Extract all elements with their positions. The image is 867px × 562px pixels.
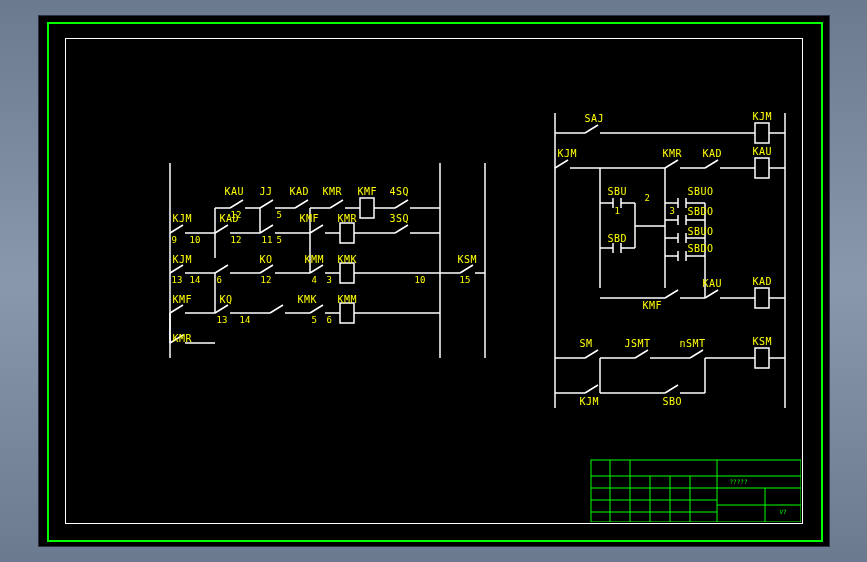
num-6: 6	[217, 275, 222, 285]
label-ksm: KSM	[458, 254, 478, 265]
label-kad-coil: KAD	[753, 276, 773, 287]
label-kmm: KMM	[305, 254, 325, 265]
num-1: 1	[615, 206, 620, 216]
label-jsmt: JSMT	[625, 338, 651, 349]
label-kmr2: KMR	[663, 148, 683, 159]
cad-canvas[interactable]: KAU JJ KAD KMR KMF 4SQ 12 5 KJM KAD KMF …	[38, 15, 830, 547]
label-kmf-coil: KMF	[358, 186, 378, 197]
label-kmf2: KMF	[300, 213, 320, 224]
label-kjm-coil: KJM	[753, 111, 773, 122]
label-ksm-coil: KSM	[753, 336, 773, 347]
svg-rect-21	[755, 288, 769, 308]
num-13b: 13	[217, 315, 228, 325]
label-kmf3: KMF	[173, 294, 193, 305]
label-sbd: SBD	[608, 233, 628, 244]
label-kmr-coil: KMR	[338, 213, 358, 224]
num-13: 13	[172, 275, 183, 285]
label-4sq: 4SQ	[390, 186, 410, 197]
num-5b: 5	[277, 235, 282, 245]
label-kmk-coil: KMK	[338, 254, 358, 265]
num-14: 14	[190, 275, 201, 285]
label-kmr: KMR	[323, 186, 343, 197]
label-kad3: KAD	[703, 148, 723, 159]
tb-sheet: V7	[780, 508, 787, 515]
label-sm: SM	[580, 338, 593, 349]
num-2: 2	[645, 193, 650, 203]
svg-rect-14	[755, 123, 769, 143]
num-14b: 14	[240, 315, 251, 325]
label-kau2: KAU	[703, 278, 723, 289]
svg-rect-23	[755, 348, 769, 368]
num-10: 10	[190, 235, 201, 245]
svg-rect-2	[360, 198, 374, 218]
svg-rect-5	[340, 263, 354, 283]
label-sbdo: SBDO	[688, 206, 714, 217]
diagram-content: KAU JJ KAD KMR KMF 4SQ 12 5 KJM KAD KMF …	[65, 38, 801, 522]
label-sbuo2: SBUO	[688, 226, 714, 237]
svg-rect-26	[591, 460, 801, 522]
label-kau: KAU	[225, 186, 245, 197]
num-4: 4	[312, 275, 317, 285]
label-kad2: KAD	[220, 213, 240, 224]
tb-title: ?????	[730, 478, 748, 485]
label-kmk: KMK	[298, 294, 318, 305]
label-nsmt: nSMT	[680, 338, 706, 349]
label-kjm3: KJM	[558, 148, 578, 159]
label-kau-coil: KAU	[753, 146, 773, 157]
num-12b: 12	[231, 235, 242, 245]
num-3b: 3	[670, 206, 675, 216]
num-5a: 5	[277, 210, 282, 220]
num-6b: 6	[327, 315, 332, 325]
label-kmf4: KMF	[643, 300, 663, 311]
label-sbuo: SBUO	[688, 186, 714, 197]
label-kjm4: KJM	[580, 396, 600, 407]
num-11: 11	[262, 235, 273, 245]
svg-rect-15	[755, 158, 769, 178]
svg-rect-4	[340, 223, 354, 243]
label-sbdo2: SBDO	[688, 243, 714, 254]
label-jj: JJ	[260, 186, 273, 197]
num-15: 15	[460, 275, 471, 285]
label-kad: KAD	[290, 186, 310, 197]
num-3: 3	[327, 275, 332, 285]
num-9: 9	[172, 235, 177, 245]
label-3sq: 3SQ	[390, 213, 410, 224]
num-5c: 5	[312, 315, 317, 325]
num-12c: 12	[261, 275, 272, 285]
label-kmm-coil: KMM	[338, 294, 358, 305]
label-sbo: SBO	[663, 396, 683, 407]
label-ko: KO	[260, 254, 273, 265]
label-kmr3: KMR	[173, 333, 193, 344]
num-10b: 10	[415, 275, 426, 285]
label-sbu: SBU	[608, 186, 628, 197]
label-kjm2: KJM	[173, 254, 193, 265]
label-kq: KQ	[220, 294, 233, 305]
label-kjm: KJM	[173, 213, 193, 224]
label-saj: SAJ	[585, 113, 605, 124]
svg-rect-7	[340, 303, 354, 323]
